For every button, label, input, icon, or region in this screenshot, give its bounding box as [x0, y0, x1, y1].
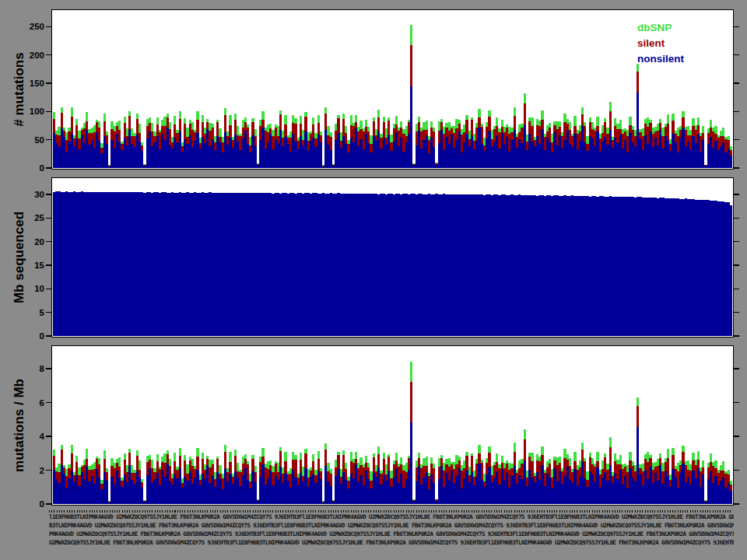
svg-text:20: 20 [34, 237, 44, 247]
svg-text:25: 25 [34, 213, 44, 222]
svg-text:0: 0 [40, 499, 44, 509]
legend-item-dbsnp: dbSNP [637, 20, 684, 36]
legend-item-silent: silent [637, 36, 684, 51]
svg-text:30: 30 [34, 190, 44, 199]
svg-text:150: 150 [30, 79, 44, 88]
svg-text:50: 50 [34, 135, 44, 145]
sample-label-row-1: B3TLNIPRK4AGVD U2MWXZ0CQ97S5JY1HL8E FB6T… [49, 522, 734, 530]
svg-text:0: 0 [40, 163, 44, 173]
svg-text:200: 200 [30, 51, 44, 60]
panel-1: 051015202530 [34, 178, 739, 341]
x-axis-sample-labels: l1E8FH6B3TLNIPRK4AGVD U2MWXZ0CQ97S5JY1HL… [49, 510, 734, 555]
y-axis-label-mutations-per-mb: mutations / Mb [12, 340, 27, 511]
panel-0: 050100150200250 [30, 10, 739, 173]
svg-text:8: 8 [40, 364, 45, 373]
legend: dbSNP silent nonsilent [637, 20, 684, 67]
y-axis-label-mb-sequenced: Mb sequenced [12, 172, 27, 343]
svg-text:10: 10 [34, 284, 44, 293]
panel-2: 02468 [40, 346, 739, 509]
svg-text:4: 4 [40, 432, 45, 441]
svg-text:0: 0 [40, 331, 44, 341]
svg-text:5: 5 [40, 308, 45, 317]
svg-text:15: 15 [34, 261, 44, 270]
sample-label-row-2: PRK4AGVD U2MWXZ0CQ97S5JY1HL8E FB6T3NLKP0… [49, 530, 734, 538]
svg-text:100: 100 [30, 107, 44, 116]
sample-label-row-0: l1E8FH6B3TLNIPRK4AGVD U2MWXZ0CQ97S5JY1HL… [49, 513, 734, 521]
y-axis-label-num-mutations: # mutations [12, 4, 27, 175]
sample-label-row-3: U2MWXZ0CQ97S5JY1HL8E FB6T3NLKP0R2A G8V5D… [49, 539, 734, 547]
x-axis-ticks [49, 510, 732, 513]
chart-canvas: 05010015020025005101520253002468 [0, 0, 747, 560]
legend-item-nonsilent: nonsilent [637, 51, 684, 67]
svg-text:2: 2 [40, 466, 44, 475]
svg-text:250: 250 [30, 22, 44, 31]
figure: 05010015020025005101520253002468 # mutat… [0, 0, 747, 560]
svg-text:6: 6 [40, 398, 44, 408]
